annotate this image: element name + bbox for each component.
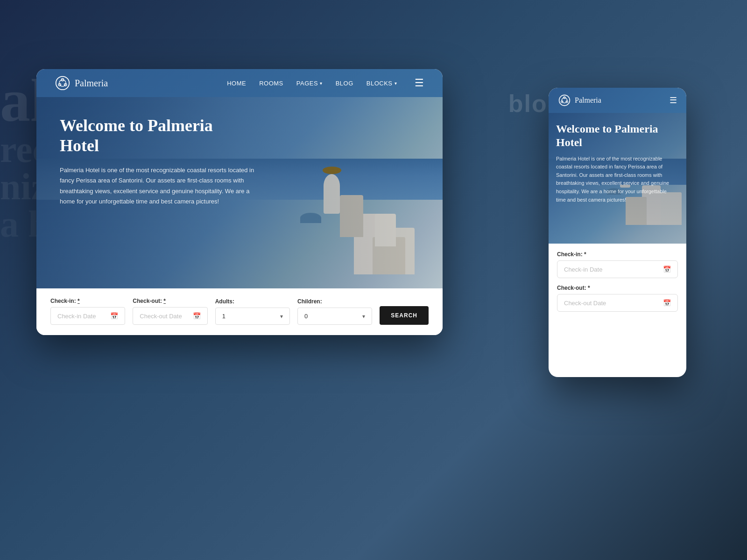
mobile-brand: Palmeria	[558, 94, 601, 107]
mobile-checkout-input[interactable]: Check-out Date 📅	[557, 294, 678, 312]
mobile-checkin-input[interactable]: Check-in Date 📅	[557, 260, 678, 278]
mobile-checkout-calendar-icon: 📅	[663, 299, 671, 307]
nav-link-home[interactable]: HOME	[227, 80, 246, 87]
desktop-search-button[interactable]: SEARCH	[380, 306, 429, 325]
nav-link-blocks[interactable]: BLOCKS ▾	[366, 80, 397, 87]
desktop-logo-icon	[55, 76, 70, 91]
desktop-children-select[interactable]: 0 ▾	[297, 308, 372, 325]
nav-link-rooms[interactable]: ROOMS	[259, 80, 283, 87]
children-chevron-icon: ▾	[362, 313, 365, 320]
mobile-mockup: Palmeria ☰ Welcome to Palmeria Hotel Pal…	[549, 88, 686, 377]
desktop-checkout-input[interactable]: Check-out Date 📅	[133, 307, 207, 325]
blocks-chevron-icon: ▾	[395, 81, 397, 86]
desktop-mockup: Palmeria HOME ROOMS PAGES ▾ BLOG BLOCKS …	[36, 69, 443, 335]
desktop-hero: Welcome to Palmeria Hotel Palmeria Hotel…	[36, 97, 443, 302]
adults-chevron-icon: ▾	[280, 313, 283, 320]
desktop-checkin-field: Check-in: * Check-in Date 📅	[50, 298, 125, 325]
desktop-children-label: Children:	[297, 298, 372, 305]
mobile-nav: Palmeria ☰	[549, 88, 686, 113]
mobile-hero-description: Palmeria Hotel is one of the most recogn…	[556, 155, 677, 204]
checkin-required: *	[78, 298, 80, 304]
checkout-required: *	[163, 298, 166, 304]
mobile-checkout-field: Check-out: * Check-out Date 📅	[557, 285, 678, 312]
mobile-checkin-calendar-icon: 📅	[663, 266, 671, 273]
desktop-children-field: Children: 0 ▾	[297, 298, 372, 325]
desktop-booking-form: Check-in: * Check-in Date 📅 Check-out: *…	[36, 288, 443, 335]
mobile-hamburger-icon[interactable]: ☰	[669, 95, 677, 105]
desktop-checkout-field: Check-out: * Check-out Date 📅	[133, 298, 207, 325]
pages-chevron-icon: ▾	[320, 81, 323, 86]
mobile-hero-content: Welcome to Palmeria Hotel Palmeria Hotel…	[556, 122, 686, 204]
mobile-hero: Welcome to Palmeria Hotel Palmeria Hotel…	[549, 113, 686, 244]
mobile-checkin-field: Check-in: * Check-in Date 📅	[557, 251, 678, 278]
mobile-brand-name: Palmeria	[575, 96, 601, 105]
desktop-hero-description: Palmeria Hotel is one of the most recogn…	[60, 165, 256, 206]
desktop-nav: Palmeria HOME ROOMS PAGES ▾ BLOG BLOCKS …	[36, 69, 443, 97]
mobile-hero-title: Welcome to Palmeria Hotel	[556, 122, 686, 149]
desktop-brand: Palmeria	[55, 76, 108, 91]
desktop-hero-content: Welcome to Palmeria Hotel Palmeria Hotel…	[60, 116, 256, 207]
mobile-checkin-label: Check-in: *	[557, 251, 678, 258]
checkin-calendar-icon: 📅	[110, 312, 118, 320]
mobile-checkout-label: Check-out: *	[557, 285, 678, 291]
desktop-adults-label: Adults:	[215, 298, 290, 305]
desktop-checkin-label: Check-in: *	[50, 298, 125, 304]
mobile-booking-form: Check-in: * Check-in Date 📅 Check-out: *…	[549, 244, 686, 326]
nav-link-pages[interactable]: PAGES ▾	[296, 80, 323, 87]
desktop-hamburger-icon[interactable]: ☰	[415, 77, 424, 89]
desktop-checkin-input[interactable]: Check-in Date 📅	[50, 307, 125, 325]
desktop-checkout-label: Check-out: *	[133, 298, 207, 304]
mobile-logo-icon	[558, 94, 571, 107]
desktop-nav-links: HOME ROOMS PAGES ▾ BLOG BLOCKS ▾ ☰	[227, 77, 424, 89]
desktop-hero-title: Welcome to Palmeria Hotel	[60, 116, 256, 156]
checkout-calendar-icon: 📅	[193, 312, 201, 320]
desktop-form-row: Check-in: * Check-in Date 📅 Check-out: *…	[50, 298, 429, 325]
desktop-brand-name: Palmeria	[75, 78, 108, 89]
desktop-adults-select[interactable]: 1 ▾	[215, 308, 290, 325]
desktop-adults-field: Adults: 1 ▾	[215, 298, 290, 325]
nav-link-blog[interactable]: BLOG	[336, 80, 353, 87]
